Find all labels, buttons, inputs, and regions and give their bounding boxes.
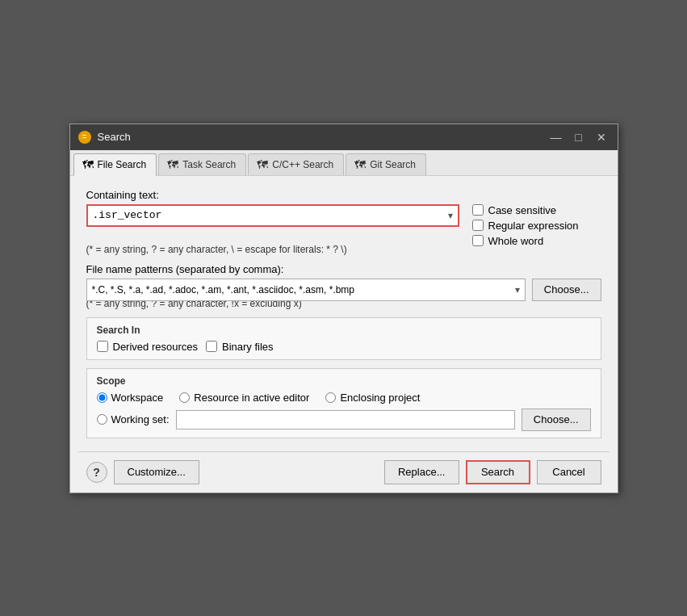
resource-active-editor-option[interactable]: Resource in active editor (179, 392, 309, 404)
binary-files-checkbox[interactable] (206, 341, 217, 352)
resource-active-editor-radio[interactable] (179, 392, 190, 403)
enclosing-project-radio[interactable] (325, 392, 336, 403)
file-patterns-select[interactable]: *.C, *.S, *.a, *.ad, *.adoc, *.am, *.ant… (87, 279, 525, 300)
resource-active-editor-label: Resource in active editor (194, 392, 309, 404)
file-patterns-section: File name patterns (separated by comma):… (86, 263, 601, 309)
tab-cpp-search[interactable]: 🗺 C/C++ Search (248, 153, 344, 175)
binary-files-option[interactable]: Binary files (206, 341, 274, 353)
search-dialog: = Search — □ ✕ 🗺 File Search 🗺 Task Sear… (69, 124, 618, 493)
tab-file-search[interactable]: 🗺 File Search (73, 153, 157, 176)
workspace-radio[interactable] (97, 392, 107, 403)
cpp-search-tab-label: C/C++ Search (272, 159, 333, 170)
regular-expression-label: Regular expression (488, 220, 579, 232)
file-search-tab-icon: 🗺 (82, 158, 94, 171)
containing-text-label: Containing text: (86, 189, 601, 201)
tab-git-search[interactable]: 🗺 Git Search (346, 153, 426, 175)
whole-word-option[interactable]: Whole word (472, 235, 601, 247)
containing-text-input-wrapper[interactable]: ▾ (86, 204, 459, 227)
derived-resources-checkbox[interactable] (97, 341, 108, 352)
title-bar: = Search — □ ✕ (70, 124, 618, 150)
case-sensitive-checkbox[interactable] (472, 204, 484, 216)
containing-text-row: ▾ Case sensitive Regular expression Whol… (86, 204, 601, 247)
working-set-choose-button[interactable]: Choose... (522, 409, 591, 431)
file-patterns-select-wrapper[interactable]: *.C, *.S, *.a, *.ad, *.adoc, *.am, *.ant… (86, 279, 526, 301)
containing-text-input[interactable] (93, 209, 448, 221)
tab-task-search[interactable]: 🗺 Task Search (158, 153, 246, 175)
scope-label: Scope (97, 375, 591, 387)
window-controls: — □ ✕ (548, 131, 610, 144)
file-patterns-choose-button[interactable]: Choose... (532, 279, 601, 301)
regular-expression-option[interactable]: Regular expression (472, 220, 601, 232)
maximize-button[interactable]: □ (571, 131, 587, 144)
whole-word-checkbox[interactable] (472, 235, 484, 246)
cancel-button[interactable]: Cancel (537, 460, 601, 484)
footer: ? Customize... Replace... Search Cancel (70, 452, 618, 492)
file-patterns-label: File name patterns (separated by comma): (86, 263, 601, 275)
derived-resources-option[interactable]: Derived resources (97, 341, 199, 353)
derived-resources-label: Derived resources (113, 341, 199, 353)
app-icon: = (78, 131, 91, 144)
binary-files-label: Binary files (222, 341, 274, 353)
workspace-option[interactable]: Workspace (97, 392, 164, 404)
containing-text-section: Containing text: ▾ Case sensitive Regula… (86, 189, 601, 255)
search-options-checkboxes: Case sensitive Regular expression Whole … (472, 204, 601, 247)
scope-group: Scope Workspace Resource in active edito… (86, 368, 601, 438)
working-set-option[interactable]: Working set: (97, 413, 170, 425)
task-search-tab-label: Task Search (182, 159, 236, 170)
file-patterns-row: *.C, *.S, *.a, *.ad, *.adoc, *.am, *.ant… (86, 279, 601, 301)
minimize-button[interactable]: — (548, 131, 564, 144)
whole-word-label: Whole word (488, 235, 544, 247)
working-set-input[interactable] (176, 410, 515, 430)
file-search-panel: Containing text: ▾ Case sensitive Regula… (70, 176, 618, 451)
search-in-group: Search In Derived resources Binary files (86, 317, 601, 360)
working-set-radio[interactable] (97, 414, 107, 425)
replace-button[interactable]: Replace... (384, 460, 459, 484)
file-search-tab-label: File Search (98, 159, 147, 170)
close-button[interactable]: ✕ (593, 131, 610, 144)
help-button[interactable]: ? (86, 462, 107, 483)
git-search-tab-icon: 🗺 (354, 158, 366, 171)
containing-text-dropdown-arrow[interactable]: ▾ (448, 210, 453, 221)
case-sensitive-label: Case sensitive (488, 204, 557, 216)
git-search-tab-label: Git Search (370, 159, 416, 170)
tab-bar: 🗺 File Search 🗺 Task Search 🗺 C/C++ Sear… (70, 150, 618, 176)
search-button[interactable]: Search (466, 460, 530, 484)
regular-expression-checkbox[interactable] (472, 220, 484, 231)
working-set-row: Working set: Choose... (97, 409, 591, 431)
task-search-tab-icon: 🗺 (167, 158, 178, 171)
window-title: Search (98, 131, 548, 143)
search-in-label: Search In (97, 325, 591, 336)
working-set-label-text: Working set: (111, 413, 170, 425)
customize-button[interactable]: Customize... (114, 460, 199, 484)
scope-main-options: Workspace Resource in active editor Encl… (97, 392, 591, 404)
enclosing-project-option[interactable]: Enclosing project (325, 392, 420, 404)
enclosing-project-label: Enclosing project (340, 392, 420, 404)
search-in-options: Derived resources Binary files (97, 341, 591, 353)
cpp-search-tab-icon: 🗺 (257, 158, 268, 171)
case-sensitive-option[interactable]: Case sensitive (472, 204, 601, 216)
workspace-label: Workspace (111, 392, 164, 404)
